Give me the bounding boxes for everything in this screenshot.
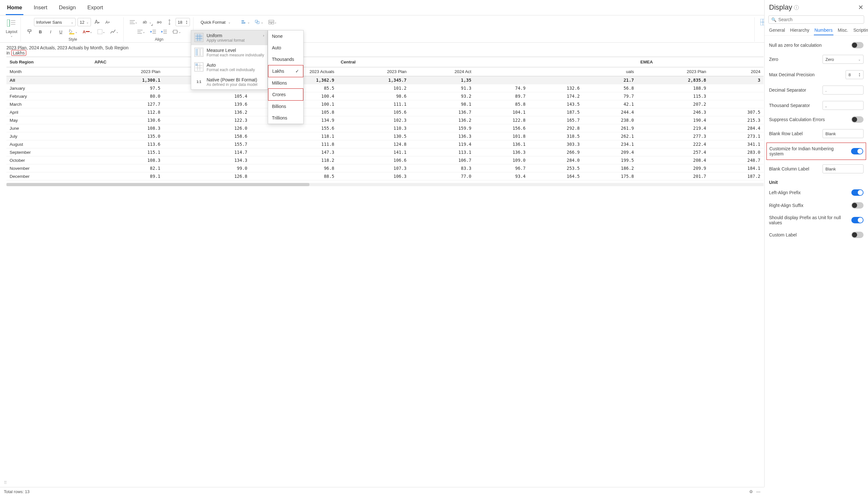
- cell[interactable]: 156.6: [475, 124, 529, 132]
- cell[interactable]: 155.7: [164, 140, 251, 148]
- cell[interactable]: 136.3: [410, 132, 474, 140]
- cell[interactable]: 96.8: [251, 165, 337, 172]
- tab-export[interactable]: Export: [86, 3, 105, 15]
- dec-sep-input[interactable]: .: [822, 86, 864, 94]
- cell[interactable]: 83.3: [410, 165, 474, 172]
- cell[interactable]: 209.9: [637, 165, 709, 172]
- cell[interactable]: 307.5: [709, 108, 763, 116]
- cell[interactable]: 273.1: [709, 132, 763, 140]
- format-painter-icon[interactable]: [25, 28, 34, 36]
- cell[interactable]: 98.1: [410, 100, 474, 108]
- cell[interactable]: 136.2: [410, 116, 474, 124]
- cell[interactable]: 118.1: [251, 132, 337, 140]
- cell[interactable]: 106.6: [337, 156, 410, 165]
- align-left-icon[interactable]: ⌄: [136, 28, 147, 36]
- cell[interactable]: 147.3: [251, 148, 337, 156]
- cell[interactable]: 135.0: [91, 132, 164, 140]
- cell[interactable]: 42.1: [583, 100, 637, 108]
- cell[interactable]: 238.0: [583, 116, 637, 124]
- decrease-indent-icon[interactable]: [148, 28, 158, 36]
- cell[interactable]: [709, 84, 763, 92]
- cell[interactable]: 126.0: [164, 124, 251, 132]
- stepper-icon[interactable]: ▲▼: [858, 73, 861, 77]
- cell[interactable]: 262.1: [583, 132, 637, 140]
- qf-native[interactable]: 1:1 Native (Power BI Format)As defined i…: [191, 75, 267, 89]
- cell[interactable]: 283.0: [709, 148, 763, 156]
- scale-millions[interactable]: Millions: [268, 77, 303, 89]
- table-row[interactable]: August113.6155.7111.8124.8119.4136.1303.…: [6, 140, 763, 148]
- cell[interactable]: 105.4: [164, 92, 251, 100]
- cell[interactable]: 77.0: [410, 172, 474, 181]
- cell[interactable]: 110.3: [337, 124, 410, 132]
- close-icon[interactable]: ✕: [858, 3, 864, 11]
- cell[interactable]: 174.2: [529, 92, 583, 100]
- scale-billions[interactable]: Billions: [268, 100, 303, 112]
- col-header[interactable]: [529, 67, 583, 76]
- cell[interactable]: 98.6: [337, 92, 410, 100]
- table-row[interactable]: January97.598.485.5101.291.374.9132.656.…: [6, 84, 763, 92]
- layout-icon[interactable]: [6, 17, 17, 29]
- table-row[interactable]: April112.8136.2105.8105.6136.7104.1187.5…: [6, 108, 763, 116]
- cell[interactable]: 111.1: [337, 100, 410, 108]
- cell[interactable]: 219.4: [637, 124, 709, 132]
- cell[interactable]: 187.5: [529, 108, 583, 116]
- align-menu-icon[interactable]: ⌄: [128, 18, 139, 26]
- cell[interactable]: 101.8: [475, 132, 529, 140]
- cell[interactable]: 303.3: [529, 140, 583, 148]
- cell[interactable]: 277.3: [637, 132, 709, 140]
- cell[interactable]: 187.2: [709, 172, 763, 181]
- fill-color-button[interactable]: ⌄: [67, 28, 79, 36]
- cell[interactable]: 207.2: [637, 100, 709, 108]
- cell[interactable]: 132.6: [529, 84, 583, 92]
- cell[interactable]: 96.7: [475, 165, 529, 172]
- qf-uniform[interactable]: UniformApply universal format ›: [191, 30, 267, 45]
- qf-measure[interactable]: Measure LevelFormat each measure individ…: [191, 45, 267, 60]
- cell[interactable]: 93.4: [475, 172, 529, 181]
- bold-button[interactable]: B: [36, 28, 45, 36]
- tab-design[interactable]: Design: [58, 3, 77, 15]
- cell[interactable]: 155.6: [251, 124, 337, 132]
- cell[interactable]: September: [6, 148, 91, 156]
- tab-misc[interactable]: Misc.: [837, 26, 849, 35]
- cell[interactable]: 105.6: [337, 108, 410, 116]
- cell[interactable]: May: [6, 116, 91, 124]
- panel-search[interactable]: 🔍: [768, 15, 864, 24]
- cell[interactable]: 292.8: [529, 124, 583, 132]
- cell[interactable]: 208.4: [637, 156, 709, 165]
- col-header[interactable]: 2023 Plan: [91, 67, 164, 76]
- cell[interactable]: 164.5: [529, 172, 583, 181]
- cell[interactable]: 165.7: [529, 116, 583, 124]
- cell[interactable]: November: [6, 165, 91, 172]
- blank-col-input[interactable]: Blank: [822, 165, 864, 173]
- cell[interactable]: 118.2: [251, 156, 337, 165]
- cell[interactable]: 126.8: [164, 172, 251, 181]
- cell[interactable]: 89.1: [91, 172, 164, 181]
- cell[interactable]: 222.4: [637, 140, 709, 148]
- data-grid[interactable]: Sub Region APAC Central EMEA Month 2023 …: [0, 57, 764, 186]
- underline-button[interactable]: U: [57, 28, 65, 36]
- cell[interactable]: 136.7: [410, 108, 474, 116]
- cell[interactable]: 101.2: [337, 84, 410, 92]
- cell[interactable]: 91.3: [410, 84, 474, 92]
- cell[interactable]: 139.6: [164, 100, 251, 108]
- cell[interactable]: 134.3: [164, 156, 251, 165]
- table-row[interactable]: September115.1114.7147.3141.1113.1136.32…: [6, 148, 763, 156]
- cell[interactable]: 248.7: [709, 156, 763, 165]
- cell[interactable]: August: [6, 140, 91, 148]
- cell[interactable]: 106.7: [410, 156, 474, 165]
- table-row[interactable]: May130.6122.3134.9102.3136.2122.8165.723…: [6, 116, 763, 124]
- table-row[interactable]: February80.0105.4100.498.693.289.7174.27…: [6, 92, 763, 100]
- cell[interactable]: 159.9: [410, 124, 474, 132]
- cell[interactable]: 124.8: [337, 140, 410, 148]
- decrease-font-icon[interactable]: A▾: [103, 18, 111, 26]
- cell[interactable]: October: [6, 156, 91, 165]
- font-size-select[interactable]: 12 ⌄: [78, 18, 91, 26]
- cell[interactable]: 99.0: [164, 165, 251, 172]
- cell[interactable]: 143.5: [529, 100, 583, 108]
- wrap-text-icon[interactable]: ab↲⌄: [141, 18, 153, 26]
- cell[interactable]: 80.0: [91, 92, 164, 100]
- tab-insert[interactable]: Insert: [32, 3, 49, 15]
- chevron-down-icon[interactable]: ⌄: [10, 34, 13, 37]
- toggle-indian-numbering[interactable]: [851, 148, 863, 154]
- orientation-icon[interactable]: ab: [155, 18, 163, 26]
